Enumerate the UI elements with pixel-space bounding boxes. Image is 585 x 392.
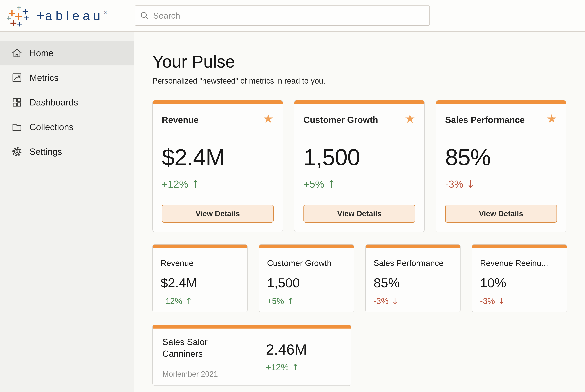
registered-mark: ® <box>104 10 107 15</box>
compact-card-customer-growth[interactable]: Customer Growth 1,500 +5% ↑ <box>259 244 354 312</box>
card-accent-bar <box>294 100 424 104</box>
card-body: Revenue Reeinu... 10% -3% ↓ <box>472 248 567 312</box>
trend-down-arrow-icon: ↓ <box>466 178 475 190</box>
metric-delta: +12% ↑ <box>161 296 239 306</box>
card-title: Revenue <box>162 114 199 125</box>
main-content: Your Pulse Personalized "newsfeed" of me… <box>135 32 585 392</box>
card-body: Customer Growth 1,500 +5% ↑ <box>259 248 354 312</box>
favorite-star-icon[interactable]: ★ <box>263 113 274 124</box>
wordmark-plus: + <box>37 8 44 22</box>
delta-value: +12% <box>162 178 188 190</box>
summary-card-sales[interactable]: Sales Salor Cannɨners Morlember 2021 2.4… <box>152 324 351 386</box>
logo-plus-icon: + <box>10 18 17 28</box>
metric-delta: -3% ↓ <box>374 296 452 306</box>
metric-value: $2.4M <box>162 144 274 170</box>
compact-card-sales-performance[interactable]: Sales Performance 85% -3% ↓ <box>365 244 461 312</box>
card-title: Customer Growth <box>267 258 346 268</box>
delta-value: +5% <box>267 296 284 306</box>
trend-up-arrow-icon: ↑ <box>327 178 336 190</box>
metric-card-customer-growth[interactable]: Customer Growth ★ 1,500 +5% ↑ View Detai… <box>294 100 425 232</box>
sidebar-item-settings[interactable]: Settings <box>0 140 134 164</box>
card-accent-bar <box>153 325 351 328</box>
card-title: Revenue Reeinu... <box>480 258 559 268</box>
metric-value: 85% <box>374 275 452 290</box>
delta-value: -3% <box>480 296 495 306</box>
sidebar-item-label: Settings <box>30 146 62 157</box>
metric-value: 1,500 <box>267 275 346 290</box>
card-body: Revenue ★ $2.4M +12% ↑ View Details <box>153 104 283 232</box>
sidebar-item-metrics[interactable]: Metrics <box>0 66 134 90</box>
card-title-line1: Sales Salor <box>162 336 252 348</box>
sidebar-item-collections[interactable]: Collections <box>0 115 134 140</box>
metric-value: 10% <box>480 275 559 290</box>
view-details-button[interactable]: View Details <box>304 205 415 223</box>
compact-cards-row: Revenue $2.4M +12% ↑ Customer Growth 1,5… <box>152 244 585 312</box>
wordmark-text: ableau <box>45 8 104 24</box>
gear-icon <box>11 146 23 157</box>
trend-down-arrow-icon: ↓ <box>392 296 399 306</box>
delta-value: -3% <box>445 178 463 190</box>
metric-card-revenue[interactable]: Revenue ★ $2.4M +12% ↑ View Details <box>152 100 283 232</box>
delta-value: +12% <box>161 296 182 306</box>
trend-up-arrow-icon: ↑ <box>191 178 200 190</box>
dashboards-icon <box>11 97 23 108</box>
card-title: Revenue <box>161 258 239 268</box>
tableau-logo: + + + + + + + + + ableau ® <box>8 4 107 27</box>
card-title: Customer Growth <box>304 114 378 125</box>
sidebar-item-label: Metrics <box>30 72 59 83</box>
card-title: Sales Performance <box>445 114 525 125</box>
card-accent-bar <box>259 244 354 248</box>
sidebar-item-label: Dashboards <box>30 97 78 108</box>
card-body: Sales Performance 85% -3% ↓ <box>366 248 460 312</box>
metric-delta: -3% ↓ <box>480 296 559 306</box>
delta-value: +5% <box>304 178 324 190</box>
trend-up-arrow-icon: ↑ <box>292 362 299 372</box>
search-box[interactable] <box>135 6 430 26</box>
top-bar: + + + + + + + + + ableau ® <box>0 0 585 32</box>
trend-down-arrow-icon: ↓ <box>498 296 505 306</box>
app-root: + + + + + + + + + ableau ® <box>0 0 585 392</box>
tableau-mark-icon: + + + + + + + + <box>8 4 31 27</box>
delta-value: -3% <box>374 296 389 306</box>
metrics-icon <box>11 72 23 84</box>
trend-up-arrow-icon: ↑ <box>287 296 294 306</box>
sidebar-item-dashboards[interactable]: Dashboards <box>0 90 134 115</box>
compact-card-revenue[interactable]: Revenue $2.4M +12% ↑ <box>152 244 247 312</box>
metric-delta: +5% ↑ <box>267 296 346 306</box>
card-accent-bar <box>366 244 460 248</box>
search-icon <box>140 11 149 20</box>
view-details-button[interactable]: View Details <box>162 205 274 223</box>
delta-value: +12% <box>266 362 289 372</box>
card-title: Sales Salor Cannɨners <box>162 336 252 360</box>
compact-card-revenue-reeinu[interactable]: Revenue Reeinu... 10% -3% ↓ <box>472 244 567 312</box>
card-body: Sales Performance ★ 85% -3% ↓ View Detai… <box>436 104 566 232</box>
page-subtitle: Personalized "newsfeed" of metrics in re… <box>152 76 585 85</box>
logo-plus-icon: + <box>17 20 23 28</box>
favorite-star-icon[interactable]: ★ <box>405 113 415 124</box>
metric-value: 85% <box>445 144 557 170</box>
view-details-button[interactable]: View Details <box>445 205 557 223</box>
tableau-wordmark: + ableau ® <box>37 8 107 24</box>
favorite-star-icon[interactable]: ★ <box>546 113 557 124</box>
card-accent-bar <box>153 244 247 248</box>
metric-delta: +5% ↑ <box>304 178 415 190</box>
metric-delta: +12% ↑ <box>266 362 341 372</box>
card-body: Sales Salor Cannɨners Morlember 2021 2.4… <box>153 328 351 386</box>
metric-delta: -3% ↓ <box>445 178 557 190</box>
search-input[interactable] <box>153 6 425 25</box>
card-period: Morlember 2021 <box>162 370 252 378</box>
metric-value: 2.46M <box>266 341 341 358</box>
card-accent-bar <box>472 244 567 248</box>
collections-folder-icon <box>11 122 23 133</box>
metric-value: 1,500 <box>304 144 415 170</box>
card-accent-bar <box>436 100 566 104</box>
trend-up-arrow-icon: ↑ <box>185 296 192 306</box>
card-accent-bar <box>153 100 283 104</box>
metric-delta: +12% ↑ <box>162 178 274 190</box>
sidebar: Home Metrics Dashboards Collections <box>0 32 134 392</box>
home-icon <box>11 48 23 59</box>
card-title-line2: Cannɨners <box>162 348 252 360</box>
metric-card-sales-performance[interactable]: Sales Performance ★ 85% -3% ↓ View Detai… <box>436 100 566 232</box>
card-body: Revenue $2.4M +12% ↑ <box>153 248 247 312</box>
sidebar-item-home[interactable]: Home <box>0 41 134 66</box>
